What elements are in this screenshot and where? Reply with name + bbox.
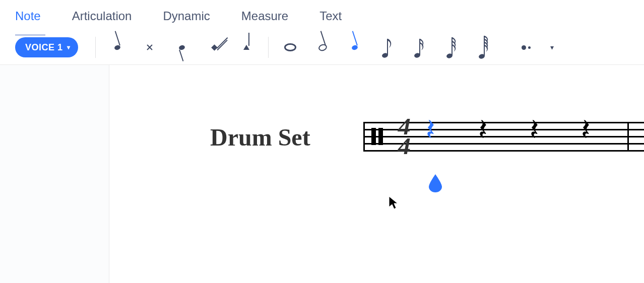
barline-end (627, 122, 629, 151)
tab-note[interactable]: Note (15, 7, 41, 23)
tab-dynamic[interactable]: Dynamic (163, 7, 210, 23)
time-sig-bottom: 4 (398, 136, 411, 156)
tab-text[interactable]: Text (319, 7, 342, 23)
voice-selector[interactable]: VOICE 1 ▾ (15, 37, 78, 57)
svg-rect-7 (484, 36, 485, 56)
time-signature[interactable]: 4 4 (399, 117, 410, 156)
tab-measure[interactable]: Measure (241, 7, 288, 23)
percussion-clef-icon (371, 128, 383, 145)
note-toolbar: VOICE 1 ▾ (0, 30, 644, 65)
svg-rect-1 (387, 39, 388, 55)
insertion-marker-icon (428, 173, 442, 191)
dotted-note-icon[interactable] (513, 35, 539, 60)
quarter-note-icon[interactable] (105, 35, 130, 60)
sixtyfourth-note-icon[interactable] (471, 35, 496, 60)
voice-label: VOICE 1 (25, 42, 63, 53)
caret-down-icon: ▾ (67, 44, 71, 51)
triangle-notehead-icon[interactable] (234, 35, 259, 60)
eighth-note-icon[interactable] (374, 35, 400, 60)
note-head-palette: ▾ (93, 35, 558, 60)
score-sheet[interactable]: Drum Set 4 4 𝄽 𝄽 𝄽 𝄽 (109, 65, 644, 283)
instrument-label: Drum Set (210, 123, 310, 151)
staff[interactable]: 4 4 𝄽 𝄽 𝄽 𝄽 (363, 122, 644, 151)
tab-articulation[interactable]: Articulation (72, 7, 132, 23)
editor-tabs: Note Articulation Dynamic Measure Text (0, 0, 644, 30)
diamond-notehead-icon[interactable] (202, 35, 227, 60)
divider (268, 37, 269, 58)
whole-note-icon[interactable] (278, 35, 303, 60)
x-notehead-icon[interactable] (137, 35, 162, 60)
side-panel (0, 65, 109, 283)
dot-stem-note-icon[interactable] (169, 35, 195, 60)
mouse-cursor-icon (389, 196, 399, 213)
thirtysecond-note-icon[interactable] (439, 35, 464, 60)
sixteenth-note-icon[interactable] (407, 35, 432, 60)
svg-rect-5 (452, 37, 453, 55)
barline-start (363, 122, 365, 151)
tab-underline (15, 34, 45, 36)
caret-down-icon: ▾ (550, 43, 554, 51)
divider (95, 37, 96, 58)
svg-rect-3 (419, 39, 420, 55)
half-note-icon[interactable] (310, 35, 335, 60)
quarter-note-selected-icon[interactable] (342, 35, 367, 60)
canvas-area: Drum Set 4 4 𝄽 𝄽 𝄽 𝄽 (0, 65, 644, 283)
palette-overflow-button[interactable]: ▾ (546, 35, 558, 60)
